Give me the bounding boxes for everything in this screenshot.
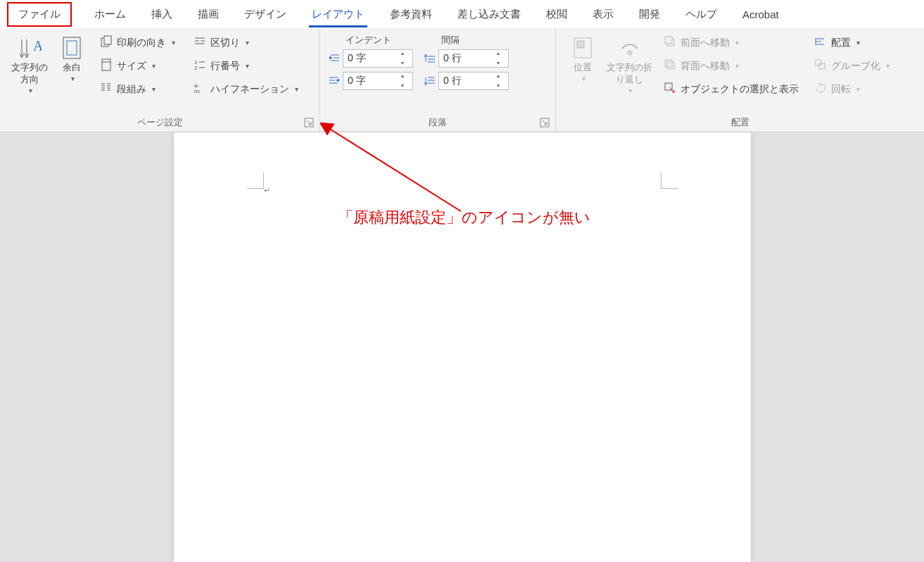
size-icon (100, 58, 113, 73)
document-area: ↵ (0, 132, 924, 562)
wrap-label: 文字列の折 り返し (607, 62, 652, 86)
margins-button[interactable]: 余白 ▾ (52, 32, 91, 85)
group-objects-button: グループ化 ▾ (811, 56, 892, 76)
line-numbers-label: 行番号 (210, 60, 240, 73)
send-backward-button: 背面へ移動 ▾ (661, 56, 802, 76)
margins-icon (61, 34, 82, 62)
paragraph-dialog-launcher[interactable] (540, 118, 550, 127)
tab-home[interactable]: ホーム (82, 2, 139, 27)
indent-left-icon (327, 51, 341, 65)
chevron-down-icon: ▾ (152, 62, 156, 70)
tab-layout[interactable]: レイアウト (299, 2, 377, 27)
cursor-mark: ↵ (264, 186, 270, 195)
tab-file[interactable]: ファイル (7, 2, 72, 27)
size-label: サイズ (117, 60, 146, 73)
orientation-label: 印刷の向き (117, 37, 166, 49)
space-after-input[interactable]: 0 行▴▾ (438, 72, 509, 90)
tab-acrobat[interactable]: Acrobat (730, 3, 792, 26)
bring-forward-label: 前面へ移動 (681, 37, 730, 49)
tab-help[interactable]: ヘルプ (673, 2, 730, 27)
wrap-button: 文字列の折 り返し ▾ (602, 32, 657, 96)
rotate-label: 回転 (831, 83, 851, 96)
orientation-icon (100, 35, 113, 50)
position-icon (572, 34, 593, 62)
group-label-arrange: 配置 (563, 113, 917, 130)
svg-rect-47 (665, 37, 672, 44)
text-direction-button[interactable]: A 文字列の 方向 ▾ (7, 32, 52, 96)
document-page[interactable]: ↵ (174, 132, 751, 562)
line-numbers-button[interactable]: 12 行番号 ▾ (191, 56, 301, 76)
tab-review[interactable]: 校閲 (533, 2, 580, 27)
group-arrange: 位置 ▾ 文字列の折 り返し ▾ 前面へ移動 ▾ 背面へ移動 ▾ (556, 28, 924, 132)
indent-header: インデント (327, 32, 391, 49)
hyphenation-button[interactable]: a-bc ハイフネーション ▾ (191, 79, 301, 99)
tab-insert[interactable]: 挿入 (139, 2, 185, 27)
rotate-icon (814, 82, 827, 96)
svg-point-45 (628, 51, 632, 55)
chevron-down-icon: ▾ (582, 74, 586, 83)
chevron-down-icon: ▾ (152, 85, 156, 93)
group-page-setup: A 文字列の 方向 ▾ 余白 ▾ 印刷の向き ▾ (0, 28, 320, 132)
chevron-down-icon: ▾ (29, 86, 32, 95)
position-button: 位置 ▾ (563, 32, 602, 85)
tab-draw[interactable]: 描画 (185, 2, 232, 27)
columns-button[interactable]: 段組み ▾ (97, 79, 178, 99)
indent-right-input[interactable]: 0 字▴▾ (343, 72, 413, 90)
send-backward-icon (664, 58, 676, 73)
breaks-button[interactable]: 区切り ▾ (191, 32, 301, 53)
hyphenation-icon: a-bc (194, 82, 206, 96)
group-paragraph: インデント 0 字▴▾ 0 字▴▾ 間隔 0 行▴▾ 0 行▴ (320, 28, 556, 132)
chevron-down-icon: ▾ (856, 85, 860, 93)
svg-rect-44 (577, 41, 584, 48)
indent-left-input[interactable]: 0 字▴▾ (343, 49, 413, 68)
chevron-down-icon: ▾ (246, 62, 249, 70)
align-button[interactable]: 配置 ▾ (811, 32, 892, 53)
group-label-paragraph: 段落 (327, 113, 548, 130)
chevron-down-icon: ▾ (172, 39, 175, 46)
breaks-icon (194, 35, 206, 50)
columns-icon (100, 82, 113, 96)
tab-references[interactable]: 参考資料 (377, 2, 445, 27)
chevron-down-icon: ▾ (246, 39, 249, 46)
position-label: 位置 (574, 62, 592, 74)
chevron-down-icon: ▾ (735, 39, 739, 46)
page-setup-dialog-launcher[interactable] (304, 118, 314, 127)
margin-corner-top-right (661, 172, 678, 189)
svg-rect-56 (819, 63, 825, 69)
svg-text:A: A (33, 38, 42, 54)
line-numbers-icon: 12 (194, 58, 206, 73)
margins-label: 余白 (63, 62, 81, 74)
selection-pane-button[interactable]: オブジェクトの選択と表示 (661, 79, 802, 99)
svg-rect-55 (816, 60, 821, 65)
space-before-icon (423, 51, 437, 65)
svg-rect-6 (104, 36, 111, 44)
svg-rect-7 (102, 59, 110, 70)
chevron-down-icon: ▾ (295, 85, 298, 93)
bring-forward-icon (664, 35, 676, 50)
space-before-input[interactable]: 0 行▴▾ (438, 49, 509, 68)
wrap-icon (618, 34, 642, 62)
margin-corner-top-left (247, 172, 264, 189)
align-label: 配置 (831, 37, 851, 49)
send-backward-label: 背面へ移動 (681, 60, 730, 73)
text-direction-icon: A (18, 34, 42, 62)
text-direction-label: 文字列の 方向 (11, 62, 48, 86)
spacing-header: 間隔 (423, 32, 460, 49)
indent-right-icon (327, 74, 341, 88)
annotation-text: 「原稿用紙設定」のアイコンが無い (338, 207, 590, 228)
tab-design[interactable]: デザイン (232, 2, 299, 27)
ribbon-bar: A 文字列の 方向 ▾ 余白 ▾ 印刷の向き ▾ (0, 28, 924, 132)
chevron-down-icon: ▾ (628, 86, 632, 95)
selection-pane-label: オブジェクトの選択と表示 (681, 83, 799, 96)
chevron-down-icon: ▾ (735, 62, 739, 70)
hyphenation-label: ハイフネーション (210, 83, 289, 96)
tab-view[interactable]: 表示 (580, 2, 626, 27)
orientation-button[interactable]: 印刷の向き ▾ (97, 32, 178, 53)
group-objects-label: グループ化 (831, 60, 880, 73)
ribbon-tabs: ファイル ホーム 挿入 描画 デザイン レイアウト 参考資料 差し込み文書 校閲… (0, 0, 924, 28)
group-label-page-setup: ページ設定 (7, 113, 312, 130)
svg-rect-48 (665, 60, 672, 67)
tab-developer[interactable]: 開発 (626, 2, 673, 27)
size-button[interactable]: サイズ ▾ (97, 56, 178, 76)
tab-mailings[interactable]: 差し込み文書 (445, 2, 533, 27)
